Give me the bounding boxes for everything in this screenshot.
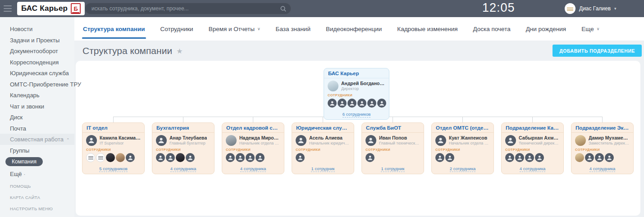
employee-avatar[interactable] bbox=[605, 153, 614, 162]
tab-7[interactable]: Дни рождения bbox=[518, 17, 574, 41]
employee-avatar[interactable] bbox=[347, 99, 356, 108]
employee-count-link[interactable]: 1 сотрудник bbox=[311, 166, 334, 172]
employee-name[interactable]: Камила Касиманова bbox=[100, 135, 141, 140]
department-title[interactable]: Отдел ОМТС (отдел материал... bbox=[432, 123, 493, 133]
employee-avatar[interactable] bbox=[338, 99, 347, 108]
sidebar-item[interactable]: Почта bbox=[0, 123, 74, 134]
tab-6[interactable]: Доска почета bbox=[466, 17, 518, 41]
sidebar-section-collab[interactable]: Совместная работа⌃ bbox=[0, 134, 74, 145]
department-title[interactable]: Бухгалтерия bbox=[152, 123, 214, 133]
employee-name[interactable]: Андрей Богданович bbox=[341, 81, 385, 86]
employee-avatar[interactable] bbox=[357, 99, 366, 108]
employee-name[interactable]: Куат Жанпеисов bbox=[449, 135, 490, 140]
employee-avatar[interactable] bbox=[515, 153, 524, 162]
head-avatar[interactable] bbox=[365, 135, 376, 146]
tab-4[interactable]: Видеоконференции bbox=[318, 17, 389, 41]
employee-avatar[interactable] bbox=[166, 153, 175, 162]
employee-avatar[interactable] bbox=[176, 153, 185, 162]
employee-avatar[interactable] bbox=[377, 99, 386, 108]
menu-toggle-icon[interactable] bbox=[4, 5, 12, 12]
employee-name[interactable]: Дамир Мухаметбеков bbox=[589, 135, 630, 140]
tab-5[interactable]: Кадровые изменения bbox=[389, 17, 465, 41]
head-avatar[interactable] bbox=[226, 135, 237, 146]
employee-count-link[interactable]: 6 сотрудников bbox=[343, 112, 371, 118]
sidebar-item[interactable]: Группы bbox=[0, 145, 74, 156]
employee-count-link[interactable]: 5 сотрудников bbox=[99, 166, 128, 172]
tab-2[interactable]: Время и Отчеты∨ bbox=[201, 17, 268, 41]
employee-avatar[interactable] bbox=[236, 153, 245, 162]
sidebar-item[interactable]: Корреспонденция bbox=[0, 57, 74, 68]
employee-count-link[interactable]: 4 сотрудника bbox=[520, 166, 546, 172]
tab-1[interactable]: Сотрудники bbox=[153, 17, 201, 41]
employee-avatar[interactable] bbox=[106, 153, 115, 162]
employee-avatar[interactable] bbox=[126, 153, 135, 162]
tab-8[interactable]: Еще∨ bbox=[574, 17, 607, 41]
employee-avatar[interactable] bbox=[435, 153, 444, 162]
sidebar-footer-item[interactable]: карта сайта bbox=[0, 192, 74, 203]
head-avatar[interactable] bbox=[505, 135, 516, 146]
employee-avatar[interactable] bbox=[365, 153, 375, 162]
sidebar-item[interactable]: Чат и звонки bbox=[0, 101, 74, 112]
search-bar[interactable] bbox=[85, 3, 291, 14]
sidebar-item[interactable]: Документооборот bbox=[0, 45, 74, 57]
add-department-button[interactable]: ДОБАВИТЬ ПОДРАЗДЕЛЕНИЕ bbox=[553, 45, 642, 57]
employee-avatar[interactable] bbox=[116, 153, 125, 162]
favorite-star-icon[interactable]: ★ bbox=[176, 47, 183, 55]
employee-name[interactable]: Анар Тлеубаева bbox=[169, 135, 207, 140]
employee-avatar[interactable] bbox=[226, 153, 235, 162]
employee-avatar[interactable] bbox=[86, 153, 95, 162]
employee-avatar[interactable] bbox=[256, 153, 265, 162]
employee-name[interactable]: Асель Алиева bbox=[309, 135, 350, 140]
employee-name[interactable]: Сабырхан Ахмедьянов bbox=[519, 135, 560, 140]
employee-avatar[interactable] bbox=[186, 153, 195, 162]
employee-avatar[interactable] bbox=[96, 153, 105, 162]
employee-avatar[interactable] bbox=[595, 153, 604, 162]
department-title[interactable]: Отдел кадровой службы bbox=[222, 123, 284, 133]
head-avatar[interactable] bbox=[575, 135, 586, 146]
employee-name[interactable]: Иван Попов bbox=[379, 135, 420, 140]
user-menu[interactable]: Диас Галиев ▾ bbox=[565, 3, 617, 14]
sidebar-item[interactable]: Задачи и Проекты bbox=[0, 35, 74, 46]
department-title[interactable]: Юридическая служба bbox=[292, 123, 354, 133]
sidebar-item[interactable]: Диск bbox=[0, 112, 74, 123]
department-title[interactable]: Служба БиОТ bbox=[362, 123, 424, 133]
employee-avatar[interactable] bbox=[296, 153, 305, 162]
department-title[interactable]: Подразделение Караганда bbox=[502, 123, 563, 133]
sidebar-item[interactable]: ОМТС-Приобретение ТРУ bbox=[0, 79, 74, 90]
employee-count-link[interactable]: 4 сотрудника bbox=[240, 166, 266, 172]
department-title[interactable]: Подразделение Экибастуз bbox=[571, 123, 633, 133]
head-avatar[interactable] bbox=[328, 81, 338, 91]
employee-count-link[interactable]: 2 сотрудника bbox=[450, 166, 476, 172]
sidebar-item[interactable]: Новости bbox=[0, 23, 74, 35]
employee-avatar[interactable] bbox=[445, 153, 454, 162]
head-avatar[interactable] bbox=[296, 135, 306, 146]
employee-avatar[interactable] bbox=[328, 99, 337, 108]
sidebar-item[interactable]: Календарь bbox=[0, 90, 74, 101]
department-title[interactable]: БАС Карьер bbox=[324, 68, 389, 78]
sidebar-item[interactable]: Юридическая служба bbox=[0, 68, 74, 79]
employee-avatar[interactable] bbox=[367, 99, 376, 108]
head-avatar[interactable] bbox=[86, 135, 97, 146]
employee-name[interactable]: Надежда Мирончук bbox=[239, 135, 280, 140]
head-avatar[interactable] bbox=[156, 135, 167, 146]
employee-avatar[interactable] bbox=[585, 153, 594, 162]
employee-count-link[interactable]: 1 сотрудник bbox=[381, 166, 404, 172]
employee-avatar[interactable] bbox=[246, 153, 255, 162]
employee-avatar[interactable] bbox=[575, 153, 584, 162]
sidebar-item-more[interactable]: Ещё · bbox=[0, 167, 74, 180]
company-logo[interactable]: БАС Карьер Б bbox=[17, 2, 85, 15]
tab-company-structure[interactable]: Структура компании bbox=[75, 17, 153, 41]
sidebar-footer-item[interactable]: настроить меню bbox=[0, 203, 74, 214]
search-input[interactable] bbox=[85, 3, 291, 14]
tab-3[interactable]: База знаний bbox=[268, 17, 318, 41]
employee-avatar[interactable] bbox=[535, 153, 544, 162]
employee-avatar[interactable] bbox=[505, 153, 514, 162]
head-avatar[interactable] bbox=[435, 135, 446, 146]
employee-count-link[interactable]: 4 сотрудника bbox=[589, 166, 616, 172]
employee-count-link[interactable]: 4 сотрудника bbox=[170, 166, 196, 172]
sidebar-item-company[interactable]: Компания bbox=[5, 157, 43, 166]
department-title[interactable]: IT отдел bbox=[82, 123, 144, 133]
employee-avatar[interactable] bbox=[156, 153, 165, 162]
employee-avatar[interactable] bbox=[525, 153, 534, 162]
sidebar-footer-item[interactable]: помощь bbox=[0, 181, 74, 192]
